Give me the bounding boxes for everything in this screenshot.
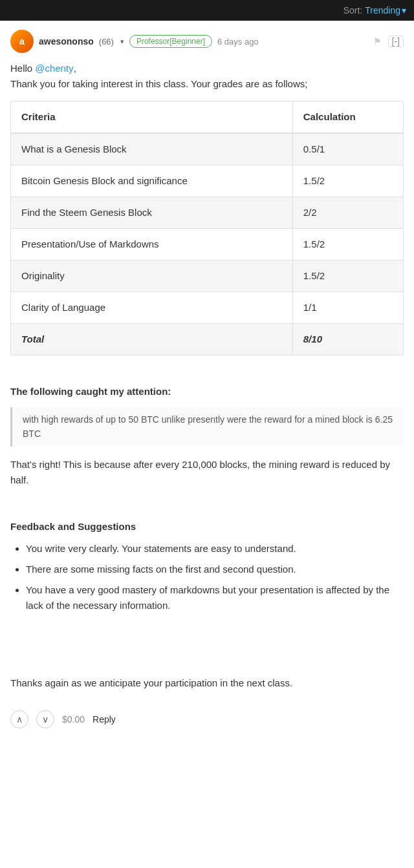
header-actions: ⚑ [-] xyxy=(373,36,404,47)
total-criteria-cell: Total xyxy=(11,324,293,355)
blockquote: with high rewards of up to 50 BTC unlike… xyxy=(10,407,404,447)
thanks-text: Thanks again as we anticipate your parti… xyxy=(10,675,404,691)
sort-trending[interactable]: Trending xyxy=(365,5,400,16)
author-name[interactable]: awesononso xyxy=(39,36,94,47)
intro-comma: , xyxy=(74,63,76,74)
top-bar: Sort: Trending ▾ xyxy=(0,0,414,21)
total-row: Total8/10 xyxy=(11,324,404,355)
col-criteria-header: Criteria xyxy=(11,101,293,134)
comment-footer: ∧ ∨ $0.00 Reply xyxy=(10,704,404,735)
total-calc-cell: 8/10 xyxy=(292,324,403,355)
feedback-item: You write very clearly. Your statements … xyxy=(26,541,404,556)
author-rep: (66) xyxy=(99,37,114,47)
attention-heading: The following caught my attention: xyxy=(10,384,404,399)
table-header-row: Criteria Calculation xyxy=(11,101,404,134)
quote-text: with high rewards of up to 50 BTC unlike… xyxy=(23,414,393,439)
timestamp: 6 days ago xyxy=(217,37,259,47)
criteria-cell: Find the Steem Genesis Block xyxy=(11,197,293,229)
downvote-button[interactable]: ∨ xyxy=(36,710,54,728)
calc-cell: 2/2 xyxy=(292,197,403,229)
upvote-button[interactable]: ∧ xyxy=(10,710,28,728)
intro-line3: Thank you for taking interest in this cl… xyxy=(10,78,307,89)
criteria-cell: Originality xyxy=(11,260,293,292)
grades-table: Criteria Calculation What is a Genesis B… xyxy=(10,101,404,355)
criteria-cell: Bitcoin Genesis Block and significance xyxy=(11,165,293,197)
col-calculation-header: Calculation xyxy=(292,101,403,134)
calc-cell: 1.5/2 xyxy=(292,165,403,197)
feedback-item: There are some missing facts on the firs… xyxy=(26,562,404,577)
table-row: Originality1.5/2 xyxy=(11,260,404,292)
dropdown-icon[interactable]: ▾ xyxy=(120,37,124,46)
table-row: What is a Genesis Block0.5/1 xyxy=(11,133,404,165)
spacer2 xyxy=(10,503,404,519)
spacer3 xyxy=(10,629,404,644)
mention[interactable]: @chenty xyxy=(35,63,73,74)
vote-amount: $0.00 xyxy=(62,712,85,726)
calc-cell: 1.5/2 xyxy=(292,229,403,260)
calc-cell: 0.5/1 xyxy=(292,133,403,165)
criteria-cell: What is a Genesis Block xyxy=(11,133,293,165)
chevron-down-icon[interactable]: ▾ xyxy=(402,5,406,16)
table-row: Bitcoin Genesis Block and significance1.… xyxy=(11,165,404,197)
professor-badge: Professor[Beginner] xyxy=(129,35,212,48)
sort-label: Sort: xyxy=(343,5,363,16)
collapse-button[interactable]: [-] xyxy=(388,36,404,47)
avatar: a xyxy=(10,30,34,53)
spacer1 xyxy=(10,368,404,384)
spacer4 xyxy=(10,644,404,660)
feedback-item: You have a very good mastery of markdown… xyxy=(26,582,404,613)
comment-container: a awesononso (66) ▾ Professor[Beginner] … xyxy=(0,21,414,744)
table-row: Find the Steem Genesis Block2/2 xyxy=(11,197,404,229)
reply-button[interactable]: Reply xyxy=(93,712,116,726)
calc-cell: 1.5/2 xyxy=(292,260,403,292)
feedback-list: You write very clearly. Your statements … xyxy=(10,541,404,613)
comment-header: a awesononso (66) ▾ Professor[Beginner] … xyxy=(10,30,404,53)
comment-body: Hello @chenty, Thank you for taking inte… xyxy=(10,61,404,735)
upvote-icon: ∧ xyxy=(16,714,23,725)
downvote-icon: ∨ xyxy=(42,714,49,725)
criteria-cell: Clarity of Language xyxy=(11,292,293,324)
intro-line1: Hello xyxy=(10,63,35,74)
intro-text: Hello @chenty, Thank you for taking inte… xyxy=(10,61,404,92)
calc-cell: 1/1 xyxy=(292,292,403,324)
table-row: Clarity of Language1/1 xyxy=(11,292,404,324)
following-text: That's right! This is because after ever… xyxy=(10,457,404,488)
flag-icon[interactable]: ⚑ xyxy=(373,36,382,47)
criteria-cell: Presentation/Use of Markdowns xyxy=(11,229,293,260)
feedback-heading: Feedback and Suggestions xyxy=(10,519,404,535)
table-row: Presentation/Use of Markdowns1.5/2 xyxy=(11,229,404,260)
